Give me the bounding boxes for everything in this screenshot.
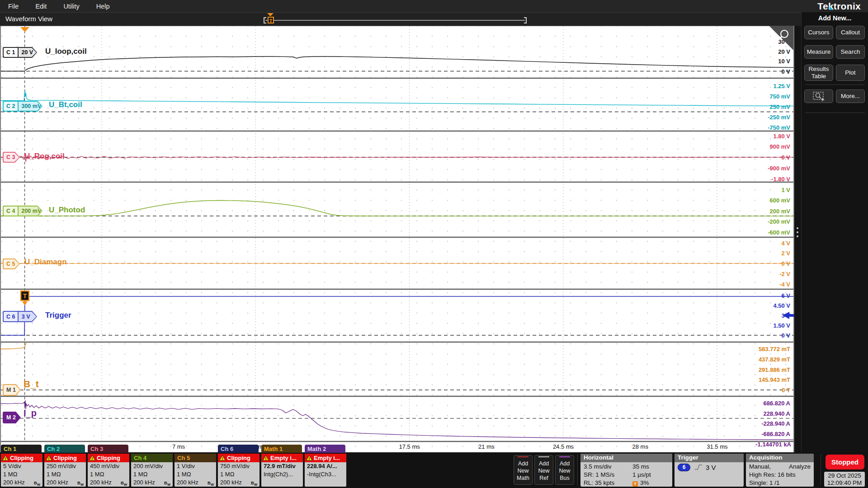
add-new-math-button[interactable]: AddNewMath bbox=[514, 455, 533, 485]
acquisition-row: Manual,Analyze bbox=[746, 463, 814, 471]
channel-title-ch2: U_Bt,coil bbox=[49, 100, 82, 109]
y-axis-label-ch5: -2 V bbox=[723, 270, 790, 277]
channel-title-ch1: U_loop,coil bbox=[45, 47, 87, 56]
draw-zoom-corner-icon[interactable] bbox=[768, 25, 794, 52]
y-axis-label-ch3: 1.80 V bbox=[723, 132, 790, 139]
channel-tab-math1[interactable]: Math 1 bbox=[261, 445, 302, 453]
y-axis-label-ch2: 1.25 V bbox=[723, 83, 790, 89]
channel-setting-row: 750 mV/div bbox=[218, 462, 259, 470]
channel-badge-name: M 2 bbox=[4, 413, 19, 422]
trace-ch2 bbox=[0, 90, 794, 106]
zoom-select-button[interactable] bbox=[804, 89, 833, 103]
channel-setting-row: 200 kHzBW bbox=[1, 479, 42, 487]
add-new-bus-button[interactable]: AddNewBus bbox=[555, 455, 574, 485]
sidebar-button-cursors[interactable]: Cursors bbox=[804, 26, 833, 39]
channel-box-math1[interactable]: !Empty i...72.9 mT/divIntg(Ch2)... bbox=[261, 454, 303, 487]
horizontal-row: 3.5 ms/div35 ms bbox=[580, 463, 672, 471]
channel-setting-row: 1 V/div bbox=[175, 462, 216, 470]
channel-box-ch3[interactable]: !Clipping450 mV/div1 MΩ200 kHzBW bbox=[88, 454, 129, 487]
channel-badge-ch1[interactable]: C 120 V bbox=[3, 47, 37, 58]
y-axis-label-math2: -686.820 A bbox=[723, 431, 790, 437]
m2-bottom-axis-label: -1.144701 kA bbox=[723, 441, 791, 448]
y-axis-label-ch1: 0 V bbox=[723, 68, 790, 75]
channel-badge-name: C 5 bbox=[4, 259, 18, 268]
clipping-banner: !Clipping bbox=[218, 454, 259, 462]
view-tab-bar: Waveform View T bbox=[0, 12, 801, 26]
sidebar-button-plot[interactable]: Plot bbox=[836, 65, 865, 81]
channel-box-ch5[interactable]: Ch 51 V/div1 MΩ200 kHzBW bbox=[175, 454, 216, 487]
channel-box-ch1[interactable]: !Clipping5 V/div1 MΩ200 kHzBW bbox=[1, 454, 42, 487]
channel-tab-math2[interactable]: Math 2 bbox=[305, 445, 345, 453]
sidebar-button-callout[interactable]: Callout bbox=[836, 26, 865, 39]
bandwidth-limit-icon: BW bbox=[208, 479, 214, 487]
zoom-select-icon bbox=[812, 91, 826, 102]
run-stop-status-button[interactable]: Stopped bbox=[826, 455, 864, 469]
time-axis-label: 21 ms bbox=[478, 443, 494, 450]
channel-tab-ch2[interactable]: Ch 2 bbox=[44, 445, 85, 453]
svg-text:T: T bbox=[23, 292, 27, 300]
y-axis-label-ch4: -200 mV bbox=[723, 218, 790, 225]
acquisition-panel[interactable]: Acquisition Manual,AnalyzeHigh Res: 16 b… bbox=[746, 454, 814, 487]
clipping-banner: !Clipping bbox=[88, 454, 129, 462]
time-text: 12:09:40 PM bbox=[824, 479, 865, 487]
menu-item-utility[interactable]: Utility bbox=[63, 3, 79, 10]
drag-handle-icon[interactable] bbox=[797, 227, 798, 229]
channel-tab-ch3[interactable]: Ch 3 bbox=[88, 445, 128, 453]
sidebar-button-measure[interactable]: Measure bbox=[804, 45, 833, 59]
channel-tab-ch6[interactable]: Ch 6 bbox=[218, 445, 259, 453]
bandwidth-limit-icon: BW bbox=[164, 479, 170, 487]
sidebar-button-search[interactable]: Search bbox=[836, 45, 865, 59]
horizontal-panel[interactable]: Horizontal 3.5 ms/div35 msSR: 1 MS/s1 µs… bbox=[580, 454, 672, 487]
trace-math1 bbox=[0, 340, 27, 349]
record-view-timeline[interactable]: T bbox=[264, 13, 527, 26]
waveform-canvas: T bbox=[0, 0, 794, 452]
channel-badge-inner: M 2 bbox=[4, 413, 20, 422]
menu-item-edit[interactable]: Edit bbox=[35, 3, 47, 10]
divider bbox=[577, 454, 578, 486]
channel-badge-ch2[interactable]: C 2300 mV bbox=[3, 101, 42, 112]
timeline-bar bbox=[265, 20, 525, 21]
channel-setting-row: 1 MΩ bbox=[131, 470, 173, 479]
trigger-level-arrow-icon[interactable] bbox=[783, 311, 794, 319]
sidebar-button-results-table[interactable]: Results Table bbox=[804, 65, 833, 81]
channel-badge-ch4[interactable]: C 4200 mV bbox=[3, 206, 42, 216]
bottom-settings-bar: Ch 1!Clipping5 V/div1 MΩ200 kHzBWCh 2!Cl… bbox=[0, 452, 868, 488]
tab-waveform-view[interactable]: Waveform View bbox=[5, 15, 52, 23]
trigger-panel[interactable]: Trigger 6 3 V bbox=[675, 454, 744, 487]
channel-setting-row: 1 MΩ bbox=[218, 470, 259, 479]
channel-box-ch6[interactable]: !Clipping750 mV/div1 MΩ200 kHzBW bbox=[218, 454, 259, 487]
channel-setting-row: 228.94 A/... bbox=[305, 462, 346, 470]
menu-item-file[interactable]: File bbox=[8, 3, 19, 10]
menu-item-help[interactable]: Help bbox=[96, 3, 110, 10]
channel-title-math1: B_t bbox=[24, 379, 39, 389]
channel-box-ch2[interactable]: !Clipping250 mV/div1 MΩ200 kHzBW bbox=[44, 454, 86, 487]
y-axis-label-math2: -228.940 A bbox=[723, 420, 790, 427]
horizontal-value: T3% bbox=[632, 479, 649, 487]
horizontal-value: RL: 35 kpts bbox=[584, 479, 632, 487]
channel-setting-row: 250 mV/div bbox=[44, 462, 86, 470]
warning-icon: ! bbox=[263, 455, 269, 461]
channel-badge-name: C 6 bbox=[4, 312, 18, 321]
channel-box-math2[interactable]: !Empty i...228.94 A/...-Intg(Ch3... bbox=[305, 454, 346, 487]
add-new-ref-button[interactable]: AddNewRef bbox=[534, 455, 553, 485]
rising-edge-icon bbox=[694, 464, 703, 471]
warning-icon: ! bbox=[219, 455, 226, 461]
y-axis-label-ch4: 1 V bbox=[723, 186, 790, 193]
y-axis-label-ch3: 0 V bbox=[723, 154, 790, 161]
svg-text:!: ! bbox=[5, 456, 6, 461]
y-axis-label-ch5: 0 V bbox=[723, 260, 790, 267]
more-button[interactable]: More... bbox=[836, 89, 865, 103]
y-axis-label-ch5: 4 V bbox=[723, 239, 790, 246]
acquisition-panel-title: Acquisition bbox=[746, 454, 814, 462]
channel-tab-ch1[interactable]: Ch 1 bbox=[1, 445, 42, 453]
channel-box-ch4[interactable]: Ch 4200 mV/div1 MΩ200 kHzBW bbox=[131, 454, 173, 487]
channel-setting-row: 72.9 mT/div bbox=[261, 462, 303, 470]
channel-title-ch3: U_Rog,coil bbox=[24, 152, 65, 161]
add-new-title: Add New... bbox=[802, 12, 868, 22]
channel-badge-scale: 3 V bbox=[18, 312, 36, 321]
y-axis-label-ch2: -250 mV bbox=[723, 114, 790, 121]
timeline-trigger-t-icon[interactable]: T bbox=[268, 17, 274, 23]
channel-badge-inner: M 1 bbox=[4, 385, 20, 395]
channel-badge-ch6[interactable]: C 63 V bbox=[3, 311, 37, 322]
trigger-source-badge[interactable]: 6 bbox=[678, 464, 690, 471]
